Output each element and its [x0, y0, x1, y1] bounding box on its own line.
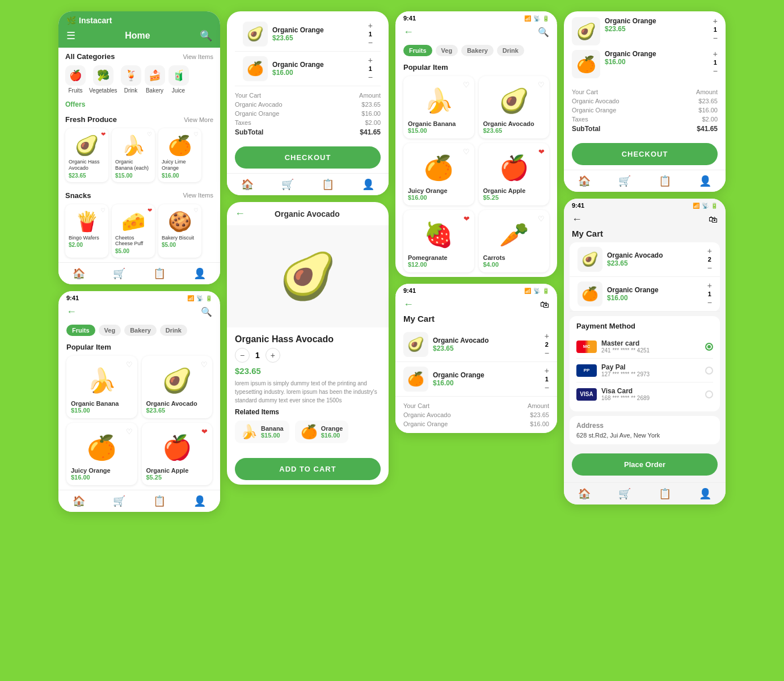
grid-banana-6[interactable]: ♡ 🍌 Organic Banana $15.00 [66, 356, 137, 418]
nav-profile-2[interactable]: 👤 [362, 178, 374, 191]
checkout-btn-right[interactable]: CHECKOUT [572, 143, 718, 165]
nav-orders-6[interactable]: 📋 [153, 495, 166, 507]
qty-minus-7b[interactable]: − [713, 67, 718, 75]
menu-icon[interactable]: ☰ [66, 30, 75, 42]
qty-plus-7b[interactable]: + [713, 50, 718, 58]
payment-mastercard[interactable]: MC Master card 241 *** **** ** 4251 [576, 335, 713, 359]
nav-profile-7[interactable]: 👤 [699, 175, 711, 187]
grid-pomegranate-4[interactable]: ❤ 🍓 Pomegranate $12.00 [403, 210, 474, 272]
qty-minus-pay-a[interactable]: − [707, 264, 712, 272]
nav-cart-2[interactable]: 🛒 [281, 178, 294, 191]
product-cheetos[interactable]: ❤ 🧀 Cheetos Cheese Puff $5.00 [112, 204, 155, 258]
nav-orders-7[interactable]: 📋 [659, 175, 671, 187]
banana-heart[interactable]: ♡ [147, 131, 152, 137]
avocado-heart[interactable]: ❤ [101, 131, 106, 137]
grid-apple-heart-6[interactable]: ❤ [201, 427, 208, 436]
cat-vegetables[interactable]: 🥦 Vegetables [89, 65, 117, 94]
product-wafers[interactable]: ♡ 🍟 Bingo Wafers $2.00 [65, 204, 108, 258]
visa-radio[interactable] [705, 390, 713, 398]
back-btn-detail[interactable]: ← [235, 208, 245, 220]
place-order-btn[interactable]: Place Order [572, 453, 718, 476]
grid-carrot-heart-4[interactable]: ♡ [538, 215, 545, 223]
nav-profile-6[interactable]: 👤 [193, 495, 206, 507]
qty-plus-detail[interactable]: + [265, 348, 280, 363]
tab-drink-6[interactable]: Drink [160, 325, 187, 336]
cat-drink[interactable]: 🍹 Drink [121, 65, 141, 94]
tab-veg-4[interactable]: Veg [436, 45, 458, 56]
qty-minus-orange[interactable]: − [368, 73, 373, 81]
payment-visa[interactable]: VISA Visa Card 168 *** **** ** 2689 [576, 382, 713, 406]
grid-apple-heart-4[interactable]: ❤ [538, 148, 545, 156]
cat-bakery[interactable]: 🍰 Bakery [145, 65, 165, 94]
grid-orange-6[interactable]: ♡ 🍊 Juicy Orange $16.00 [66, 423, 137, 485]
snacks-view-link[interactable]: View Items [183, 192, 213, 199]
cat-fruits[interactable]: 🍎 Fruits [65, 65, 86, 94]
back-btn-4[interactable]: ← [403, 26, 414, 38]
grid-orange-heart-4[interactable]: ♡ [463, 148, 470, 156]
grid-carrot-4[interactable]: ♡ 🥕 Carrots $4.00 [479, 210, 550, 272]
nav-home-8[interactable]: 🏠 [578, 487, 591, 500]
grid-apple-6[interactable]: ❤ 🍎 Organic Apple $5.25 [142, 423, 213, 485]
grid-avocado-6[interactable]: ♡ 🥑 Organic Avocado $23.65 [142, 356, 213, 418]
related-orange[interactable]: 🍊 Orange $16.00 [295, 421, 349, 443]
nav-home-6[interactable]: 🏠 [73, 495, 85, 507]
nav-profile-icon[interactable]: 👤 [193, 267, 206, 280]
qty-minus-7a[interactable]: − [713, 34, 718, 42]
qty-plus-orange-5[interactable]: + [545, 367, 549, 375]
nav-cart-8[interactable]: 🛒 [618, 487, 631, 500]
search-btn-6[interactable]: 🔍 [201, 306, 212, 317]
qty-minus-orange-5[interactable]: − [545, 384, 549, 392]
nav-orders-icon[interactable]: 📋 [153, 267, 166, 280]
qty-plus-pay-o[interactable]: + [707, 281, 712, 289]
qty-plus-avocado-5[interactable]: + [545, 332, 549, 340]
product-biscuit[interactable]: ♡ 🍪 Bakery Biscuit $5.00 [158, 204, 201, 258]
biscuit-heart[interactable]: ♡ [193, 207, 199, 213]
product-orange[interactable]: ♡ 🍊 Juicy Lime Orange $16.00 [158, 128, 201, 182]
cart-bag-icon-8[interactable]: 🛍 [709, 215, 718, 225]
payment-paypal[interactable]: PP Pay Pal 127 *** **** ** 2973 [576, 359, 713, 382]
tab-veg-6[interactable]: Veg [99, 325, 121, 336]
grid-avocado-4[interactable]: ♡ 🥑 Organic Avocado $23.65 [479, 76, 550, 138]
grid-avocado-heart-4[interactable]: ♡ [538, 81, 545, 89]
qty-plus-pay-a[interactable]: + [707, 247, 712, 255]
product-avocado[interactable]: ❤ 🥑 Organic Hass Avocado $23.65 [65, 128, 108, 182]
search-btn-4[interactable]: 🔍 [538, 27, 549, 37]
qty-plus-orange[interactable]: + [368, 56, 373, 64]
nav-home-2[interactable]: 🏠 [241, 178, 254, 191]
back-btn-8[interactable]: ← [572, 213, 582, 225]
cheetos-heart[interactable]: ❤ [147, 207, 152, 213]
tab-bakery-6[interactable]: Bakery [124, 325, 157, 336]
tab-fruits-6[interactable]: Fruits [66, 325, 95, 336]
grid-apple-4[interactable]: ❤ 🍎 Organic Apple $5.25 [479, 143, 550, 205]
cart-bag-icon-5[interactable]: 🛍 [540, 300, 549, 310]
grid-banana-heart-4[interactable]: ♡ [463, 81, 470, 89]
tab-bakery-4[interactable]: Bakery [461, 45, 494, 56]
add-to-cart-btn[interactable]: ADD TO CART [235, 458, 381, 480]
product-banana[interactable]: ♡ 🍌 Organic Banana (each) $15.00 [112, 128, 155, 182]
cat-juice[interactable]: 🧃 Juice [168, 65, 189, 94]
qty-plus-avocado[interactable]: + [368, 22, 373, 30]
fresh-produce-view-link[interactable]: View More [184, 116, 213, 123]
grid-orange-heart-6[interactable]: ♡ [126, 427, 133, 436]
paypal-radio[interactable] [705, 367, 713, 375]
mastercard-radio[interactable] [705, 343, 713, 351]
tab-drink-4[interactable]: Drink [497, 45, 524, 56]
grid-pom-heart-4[interactable]: ❤ [463, 215, 470, 223]
grid-orange-4[interactable]: ♡ 🍊 Juicy Orange $16.00 [403, 143, 474, 205]
checkout-btn-top[interactable]: CHECKOUT [235, 146, 381, 169]
wafers-heart[interactable]: ♡ [100, 207, 106, 213]
qty-plus-7a[interactable]: + [713, 17, 718, 25]
categories-view-link[interactable]: View Items [183, 53, 213, 60]
nav-orders-8[interactable]: 📋 [659, 487, 671, 500]
grid-avocado-heart-6[interactable]: ♡ [201, 360, 208, 369]
search-icon[interactable]: 🔍 [200, 30, 212, 42]
back-btn-5[interactable]: ← [403, 299, 414, 310]
qty-minus-avocado-5[interactable]: − [545, 349, 549, 357]
orange-heart[interactable]: ♡ [193, 131, 199, 137]
qty-minus-avocado[interactable]: − [368, 39, 373, 47]
nav-profile-8[interactable]: 👤 [699, 487, 711, 500]
tab-fruits-4[interactable]: Fruits [403, 45, 432, 56]
qty-minus-pay-o[interactable]: − [707, 299, 712, 306]
nav-cart-icon[interactable]: 🛒 [113, 267, 125, 280]
grid-banana-heart-6[interactable]: ♡ [126, 360, 133, 369]
